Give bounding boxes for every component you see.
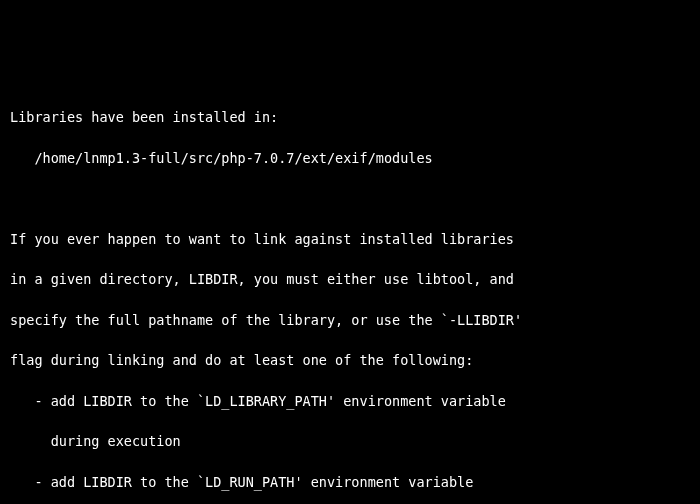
output-line: specify the full pathname of the library… [10, 310, 690, 330]
output-line: If you ever happen to want to link again… [10, 229, 690, 249]
output-line: in a given directory, LIBDIR, you must e… [10, 269, 690, 289]
terminal-output: Libraries have been installed in: /home/… [10, 87, 690, 504]
output-line: /home/lnmp1.3-full/src/php-7.0.7/ext/exi… [10, 148, 690, 168]
output-line: - add LIBDIR to the `LD_RUN_PATH' enviro… [10, 472, 690, 492]
output-line: during execution [10, 431, 690, 451]
output-line: Libraries have been installed in: [10, 107, 690, 127]
output-line: flag during linking and do at least one … [10, 350, 690, 370]
output-line: - add LIBDIR to the `LD_LIBRARY_PATH' en… [10, 391, 690, 411]
output-line [10, 188, 690, 208]
